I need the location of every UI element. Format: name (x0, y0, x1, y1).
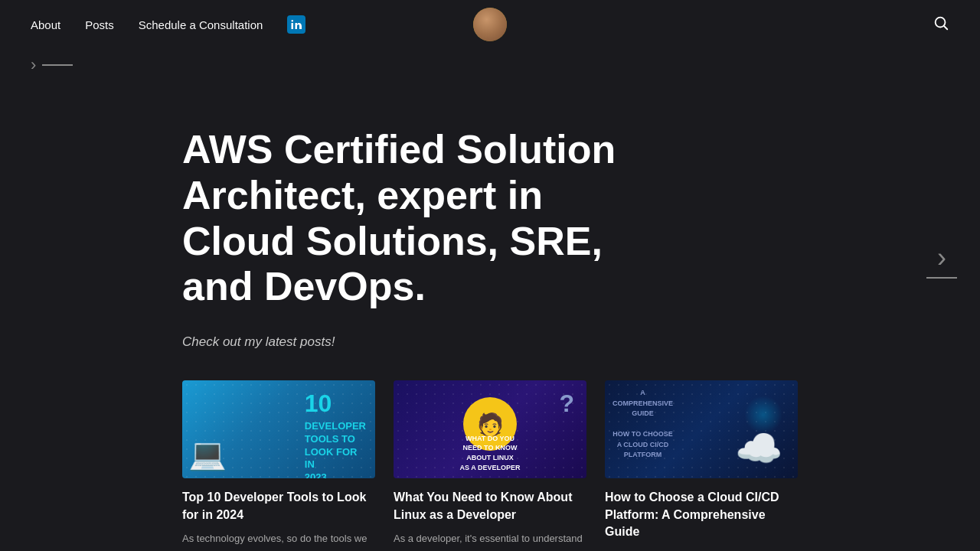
post-excerpt-1: As technology evolves, so do the tools w… (182, 531, 375, 551)
post-card-2[interactable]: 🧑 ? WHAT DO YOUNEED TO KNOWABOUT LINUXAS… (394, 380, 586, 551)
avatar[interactable] (473, 8, 507, 41)
card3-cloud-icon: ☁️ (735, 426, 782, 471)
card1-text: 10 DEVELOPERTOOLS TOLOOK FORIN2023 (305, 388, 366, 478)
hero-subtitle: Check out my latest posts! (182, 334, 658, 350)
card1-laptop-icon: 💻 (188, 436, 227, 472)
nav-schedule[interactable]: Schedule a Consultation (139, 18, 263, 31)
nav-about[interactable]: About (31, 18, 60, 31)
post-title-1: Top 10 Developer Tools to Look for in 20… (182, 489, 375, 523)
posts-grid: 💻 10 DEVELOPERTOOLS TOLOOK FORIN2023 Top… (31, 380, 949, 551)
card3-overlay-text: ACOMPREHENSIVEGUIDEHOW TO CHOOSEA CLOUD … (612, 388, 673, 461)
navbar: About Posts Schedule a Consultation (0, 0, 980, 49)
post-title-2: What You Need to Know About Linux as a D… (394, 489, 586, 523)
search-icon[interactable] (933, 15, 949, 35)
post-title-3: How to Choose a Cloud CI/CD Platform: A … (605, 489, 798, 540)
card2-overlay-text: WHAT DO YOUNEED TO KNOWABOUT LINUXAS A D… (400, 434, 580, 472)
post-image-2: 🧑 ? WHAT DO YOUNEED TO KNOWABOUT LINUXAS… (394, 380, 586, 478)
right-chevron-icon: › (937, 242, 946, 274)
hero-title: AWS Certified Solution Architect, expert… (182, 127, 658, 310)
post-excerpt-2: As a developer, it's essential to unders… (394, 531, 586, 551)
next-arrow-nav[interactable]: › (926, 242, 957, 279)
nav-posts[interactable]: Posts (85, 18, 114, 31)
post-image-3: ACOMPREHENSIVEGUIDEHOW TO CHOOSEA CLOUD … (605, 380, 798, 478)
svg-point-1 (936, 17, 946, 27)
nav-linkedin[interactable] (287, 15, 305, 34)
post-card-1[interactable]: 💻 10 DEVELOPERTOOLS TOLOOK FORIN2023 Top… (182, 380, 375, 551)
svg-line-2 (944, 26, 947, 29)
right-arrow-dash (926, 277, 957, 279)
post-card-3[interactable]: ACOMPREHENSIVEGUIDEHOW TO CHOOSEA CLOUD … (605, 380, 798, 551)
card2-question-icon: ? (559, 390, 574, 418)
nav-links: About Posts Schedule a Consultation (31, 15, 305, 34)
post-image-1: 💻 10 DEVELOPERTOOLS TOLOOK FORIN2023 (182, 380, 375, 478)
posts-section: 💻 10 DEVELOPERTOOLS TOLOOK FORIN2023 Top… (0, 380, 980, 551)
post-excerpt-3: Learn how to select the right Cloud CI/C… (605, 548, 798, 551)
terminal-arrow-icon: › (31, 55, 36, 75)
hero-section: AWS Certified Solution Architect, expert… (0, 81, 689, 380)
linkedin-icon (287, 15, 305, 34)
terminal-bar: › (0, 49, 980, 81)
avatar-image (473, 8, 507, 41)
terminal-dash (42, 64, 73, 66)
